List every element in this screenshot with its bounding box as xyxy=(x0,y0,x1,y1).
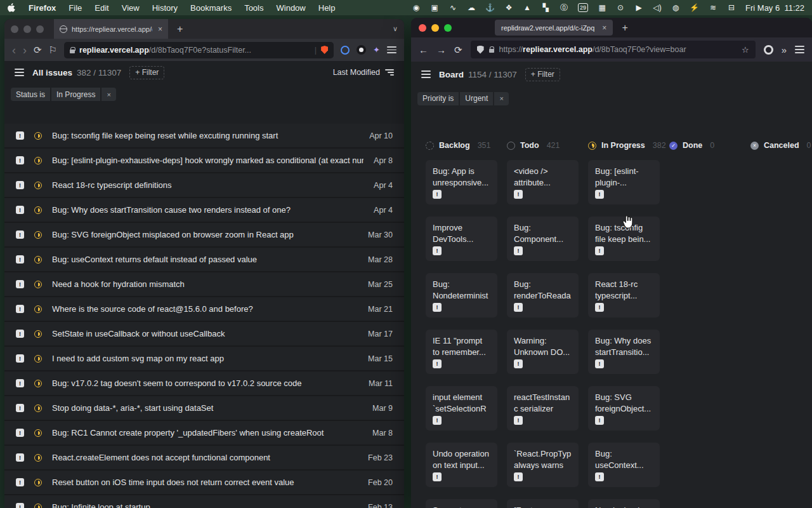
tracking-protection-shield-icon[interactable] xyxy=(477,46,484,54)
dropbox-icon[interactable]: ❖ xyxy=(504,3,513,12)
issue-row[interactable]: ! Bug: useContext returns default instea… xyxy=(4,248,404,271)
menu-file[interactable]: File xyxy=(69,3,82,13)
docker-icon[interactable]: ⚓ xyxy=(485,3,495,12)
forward-button[interactable]: → xyxy=(436,45,446,55)
issue-card[interactable]: <video /> attribute... ! xyxy=(507,160,579,204)
filter-value[interactable]: Urgent xyxy=(460,92,493,105)
wifi-icon[interactable]: ≋ xyxy=(709,3,717,12)
close-tab-icon[interactable]: × xyxy=(602,23,606,32)
display-icon[interactable]: ▣ xyxy=(430,3,439,12)
play-icon[interactable]: ▶ xyxy=(634,3,643,12)
extension-blue-icon[interactable] xyxy=(341,46,350,55)
new-tab-button[interactable]: + xyxy=(177,23,183,35)
status-filter-chip[interactable]: Status is In Progress × xyxy=(11,88,116,101)
issue-card[interactable]: Bug: App is unresponsive... ! xyxy=(426,160,497,204)
app-menu-icon[interactable] xyxy=(15,69,24,76)
issue-card[interactable]: input element `setSelectionRa ! xyxy=(426,386,497,431)
back-button[interactable]: ‹ xyxy=(12,44,16,56)
sort-icon[interactable] xyxy=(385,69,394,76)
issue-card[interactable]: Support asynchronous... ! xyxy=(426,499,497,508)
menu-tools[interactable]: Tools xyxy=(244,3,263,13)
back-button[interactable]: ← xyxy=(419,45,428,55)
issue-card[interactable]: Bug: Nondeterminist. ! xyxy=(426,273,497,318)
close-window-button[interactable] xyxy=(419,24,426,32)
issue-card[interactable]: Bug: renderToReadab ! xyxy=(507,273,579,318)
issue-row[interactable]: ! Bug: Infinite loop at startup Feb 13 xyxy=(4,495,404,508)
zoom-window-button[interactable] xyxy=(444,24,452,32)
brave-shield-icon[interactable] xyxy=(321,46,328,54)
column-header[interactable]: ✓ Done 0 xyxy=(669,141,741,150)
issue-card[interactable]: `React.PropTyp always warns ab ! xyxy=(507,443,579,487)
address-bar[interactable]: https://repliear.vercel.app/d/8bTaoq7F0e… xyxy=(471,41,756,58)
timer-icon[interactable]: ⓪ xyxy=(560,3,568,13)
column-header[interactable]: × Canceled 0 xyxy=(750,141,812,150)
issue-row[interactable]: ! Bug: v17.0.2 tag doesn't seem to corre… xyxy=(4,371,404,395)
sort-order-label[interactable]: Last Modified xyxy=(333,68,380,77)
issue-card[interactable]: Bug: useContext... ! xyxy=(588,443,660,487)
issue-row[interactable]: ! SetState in useCallback or without use… xyxy=(4,322,404,345)
column-header[interactable]: Backlog 351 xyxy=(426,141,497,150)
control-center-icon[interactable]: ⊟ xyxy=(727,3,736,12)
issue-card[interactable]: Bug: [eslint-plugin-... ! xyxy=(588,160,660,204)
issue-card[interactable]: Bug: SVG foreignObject... ! xyxy=(588,386,660,431)
add-filter-button[interactable]: + Filter xyxy=(525,68,560,81)
reload-button[interactable]: ⟳ xyxy=(34,45,42,55)
remove-filter-icon[interactable]: × xyxy=(102,88,115,101)
issue-row[interactable]: ! Bug: SVG foreignObject misplaced on br… xyxy=(4,223,404,246)
remove-filter-icon[interactable]: × xyxy=(494,92,508,105)
screen-record-icon[interactable]: ◉ xyxy=(412,3,421,12)
window-controls-right[interactable] xyxy=(419,24,452,32)
bookmark-icon[interactable]: ⚐ xyxy=(49,45,57,55)
extension-dark-icon[interactable] xyxy=(357,45,366,55)
account-mask-icon[interactable] xyxy=(764,45,773,55)
issue-row[interactable]: ! Bug: tsconfig file keep being reset wh… xyxy=(4,124,404,147)
new-tab-button[interactable]: + xyxy=(622,22,627,34)
triangle-app-icon[interactable]: ▲ xyxy=(523,3,532,12)
issue-card[interactable]: IE 11 "prompt to remember... ! xyxy=(426,330,497,374)
issue-card[interactable]: Bug: tsconfig file keep bein... ! xyxy=(588,217,660,261)
close-tab-icon[interactable]: × xyxy=(158,25,162,34)
tab-list-chevron-icon[interactable]: ∨ xyxy=(393,25,398,33)
filter-value[interactable]: In Progress xyxy=(51,88,100,101)
power-icon[interactable]: ⊙ xyxy=(616,3,625,12)
blocks-icon[interactable]: ▚ xyxy=(541,3,550,12)
apple-menu-icon[interactable] xyxy=(8,3,16,13)
column-header[interactable]: In Progress 382 xyxy=(588,141,660,150)
stats-icon[interactable]: ▦ xyxy=(598,3,606,12)
filter-field[interactable]: Status is xyxy=(11,88,50,101)
issue-row[interactable]: ! I need to add custom svg map on my rea… xyxy=(4,347,404,370)
bookmark-star-icon[interactable]: ☆ xyxy=(742,45,749,55)
minimize-window-button[interactable] xyxy=(431,24,439,32)
app-menu-icon[interactable] xyxy=(421,70,431,77)
minimize-window-button[interactable] xyxy=(23,25,31,33)
menu-help[interactable]: Help xyxy=(318,3,336,13)
issue-card[interactable]: reactTestInstanc serializer ! xyxy=(507,386,579,431)
reload-button[interactable]: ⟳ xyxy=(454,45,462,55)
browser-tab[interactable]: https://repliear.vercel.app/d/8b × xyxy=(54,19,168,39)
notification-icon[interactable]: ◍ xyxy=(671,3,680,12)
address-bar[interactable]: repliear.vercel.app/d/8bTaoq7F0e?statusF… xyxy=(64,42,334,58)
issue-card[interactable]: Undo operation on text input... ! xyxy=(426,443,497,487)
battery-icon[interactable]: ⚡ xyxy=(690,3,699,12)
menu-view[interactable]: View xyxy=(122,3,140,13)
browser-tab[interactable]: replidraw2.vercel.app/d/c-iZpq × xyxy=(495,20,613,36)
menu-window[interactable]: Window xyxy=(277,3,306,13)
add-filter-button[interactable]: + Filter xyxy=(129,66,164,79)
issue-card[interactable]: Need a hook for hydration... ! xyxy=(588,499,660,508)
zoom-window-button[interactable] xyxy=(36,25,44,33)
issue-card[interactable]: Warning: Unknown DO... ! xyxy=(507,330,579,374)
forward-button[interactable]: › xyxy=(23,44,27,56)
column-header[interactable]: Todo 421 xyxy=(507,141,579,150)
priority-filter-chip[interactable]: Priority is Urgent × xyxy=(417,92,509,105)
cloud-icon[interactable]: ☁ xyxy=(467,3,476,12)
issue-row[interactable]: ! React 18-rc typescript definitions Apr… xyxy=(4,173,404,197)
menu-edit[interactable]: Edit xyxy=(95,3,108,13)
menu-clock[interactable]: Fri May 6 11:22 xyxy=(745,3,804,13)
issue-card[interactable]: [Feature request] expo... ! xyxy=(507,499,579,508)
issue-card[interactable]: Bug: Why does startTransitio... ! xyxy=(588,330,660,374)
filter-field[interactable]: Priority is xyxy=(417,92,459,105)
close-window-button[interactable] xyxy=(11,25,18,33)
overflow-chevrons-icon[interactable]: » xyxy=(782,45,787,55)
issue-row[interactable]: ! Bug: Why does startTransition cause tw… xyxy=(4,198,404,222)
calendar-icon[interactable]: 29 xyxy=(578,3,588,12)
